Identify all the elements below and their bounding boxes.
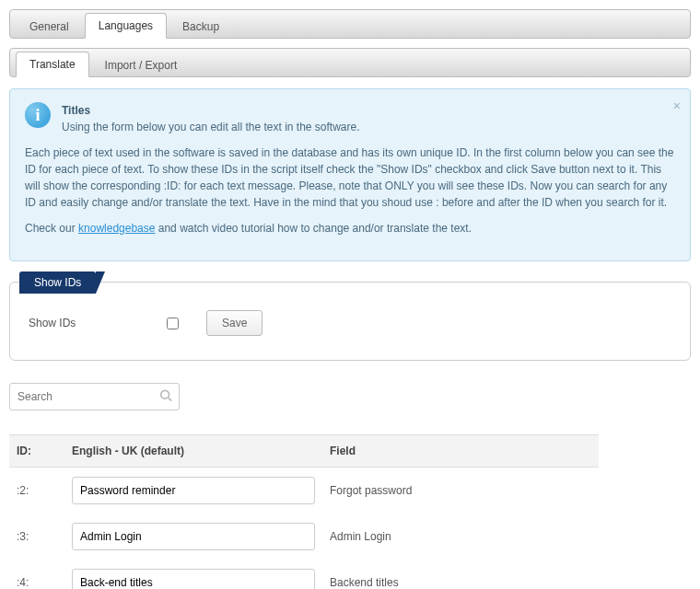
info-icon: i [25,102,51,128]
table-row: :3: Admin Login [9,514,599,560]
show-ids-fieldset: Show IDs Show IDs Save [9,282,691,361]
tab-languages[interactable]: Languages [85,13,167,39]
cell-id: :2: [9,468,64,514]
cell-field: Backend titles [322,560,599,589]
show-ids-label: Show IDs [29,317,139,329]
save-button[interactable]: Save [206,310,262,336]
info-subtitle: Using the form below you can edit all th… [62,121,360,133]
th-field: Field [322,435,599,468]
info-paragraph-2: Check our knowledgebase and watch video … [25,220,675,237]
translations-table: ID: English - UK (default) Field :2: For… [9,434,599,589]
search-wrap [9,383,180,410]
primary-tabstrip: General Languages Backup [9,9,691,39]
info-box: × i Titles Using the form below you can … [9,88,691,261]
tab-import-export[interactable]: Import / Export [91,52,192,77]
svg-point-0 [161,390,169,398]
translation-input[interactable] [72,569,315,589]
th-english: English - UK (default) [64,435,322,468]
table-row: :2: Forgot password [9,468,599,514]
tab-translate[interactable]: Translate [16,52,89,77]
close-icon[interactable]: × [673,97,681,116]
th-id: ID: [9,435,64,468]
cell-field: Forgot password [322,468,599,514]
cell-field: Admin Login [322,514,599,560]
translation-input[interactable] [72,477,315,504]
search-icon [159,389,172,405]
tab-general[interactable]: General [16,14,83,39]
cell-id: :3: [9,514,64,560]
show-ids-checkbox[interactable] [167,318,179,329]
svg-line-1 [169,398,172,401]
info-title: Titles [62,102,360,119]
secondary-tabstrip: Translate Import / Export [9,48,691,77]
info-paragraph-1: Each piece of text used in the software … [25,144,675,211]
cell-id: :4: [9,560,64,589]
knowledgebase-link[interactable]: knowledgebase [78,222,155,235]
translation-input[interactable] [72,523,315,550]
search-input[interactable] [9,383,180,410]
tab-backup[interactable]: Backup [169,14,233,39]
show-ids-legend: Show IDs [19,271,96,294]
table-row: :4: Backend titles [9,560,599,589]
